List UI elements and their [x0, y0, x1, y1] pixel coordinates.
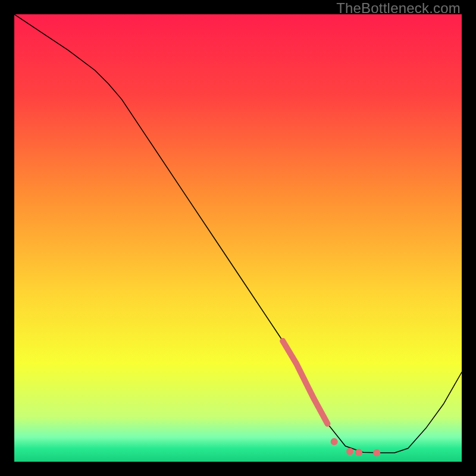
- chart-frame: [14, 14, 462, 462]
- bottleneck-chart: [14, 14, 462, 462]
- highlight-dot: [331, 438, 338, 445]
- highlight-dot: [355, 449, 362, 456]
- highlight-dot: [373, 449, 380, 456]
- highlight-dot: [346, 448, 353, 455]
- gradient-background: [14, 14, 462, 462]
- watermark-label: TheBottleneck.com: [336, 0, 461, 17]
